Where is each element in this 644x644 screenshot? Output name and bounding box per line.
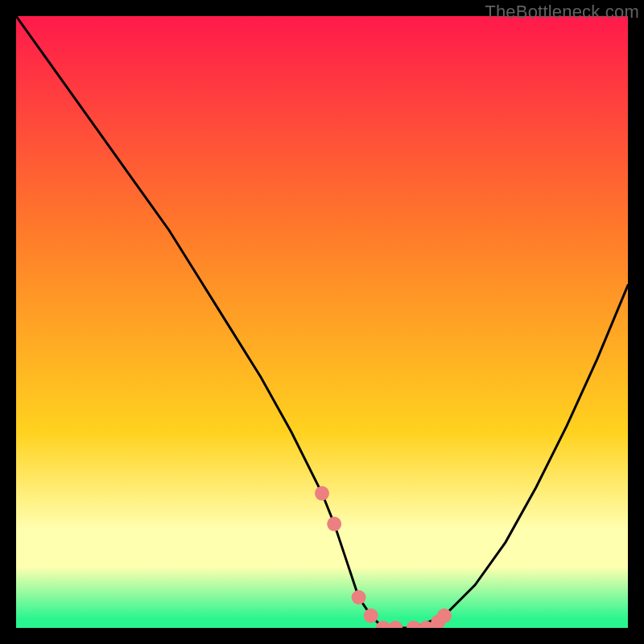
curve-marker [352,590,366,605]
curve-marker [327,517,341,531]
chart-svg [16,16,628,628]
curve-marker [315,486,329,501]
watermark-text: TheBottleneck.com [485,2,639,23]
curve-marker [364,609,378,623]
plot-area [16,16,628,628]
curve-marker [437,609,452,623]
plot-bg [16,16,628,628]
chart-frame: TheBottleneck.com [0,0,644,644]
